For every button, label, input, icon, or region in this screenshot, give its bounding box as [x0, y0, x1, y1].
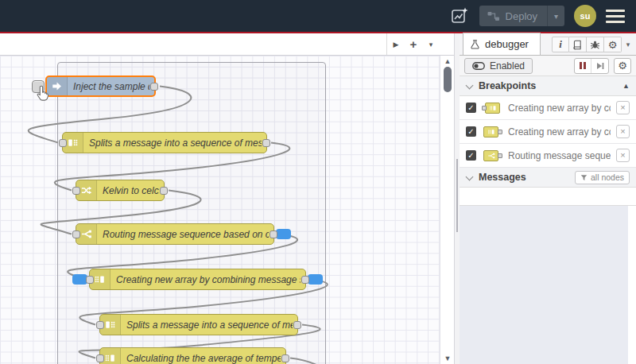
breakpoint-label: Creating new array by combining message … [508, 126, 611, 137]
node-label: Kelvin to celcius [103, 180, 159, 200]
output-port[interactable] [262, 139, 270, 147]
node-label: Inject the sample data [73, 77, 149, 95]
output-port[interactable] [301, 276, 309, 284]
node-split2[interactable]: Splits a message into a sequence of mess… [99, 314, 298, 335]
input-port[interactable] [96, 321, 104, 329]
deploy-button-group: Deploy ▾ [479, 6, 564, 26]
node-switch[interactable]: Routing message sequence based on condit… [76, 223, 274, 245]
deploy-nodes-icon [487, 11, 500, 21]
debugger-toolbar: Enabled ⚙ [460, 56, 636, 76]
info-tab-button[interactable]: i [552, 37, 569, 52]
scroll-down-icon[interactable]: ▼ [443, 354, 452, 362]
hand-cursor-icon [34, 83, 53, 104]
enabled-label: Enabled [490, 60, 525, 72]
chevron-down-icon [466, 174, 472, 180]
messages-empty-row [460, 188, 636, 206]
scroll-up-icon[interactable]: ▲ [443, 57, 452, 65]
ai-assistant-button[interactable] [449, 6, 470, 26]
filter-icon [580, 174, 588, 181]
main-menu-button[interactable] [606, 10, 625, 23]
breakpoint-checkbox[interactable]: ✓ [466, 150, 476, 161]
hamburger-icon [606, 10, 625, 12]
input-port[interactable] [72, 187, 80, 195]
deploy-button[interactable]: Deploy [479, 6, 547, 26]
book-icon [572, 40, 583, 50]
deploy-options-button[interactable]: ▾ [547, 6, 564, 26]
settings-tab-button[interactable]: ⚙ [604, 37, 622, 52]
next-tab-button[interactable]: ▶ [387, 33, 405, 55]
filter-label: all nodes [591, 172, 624, 182]
sidebar: debugger i [460, 33, 636, 364]
add-flow-button[interactable]: + [405, 33, 422, 55]
chevron-down-icon [466, 83, 472, 89]
input-port[interactable] [96, 354, 104, 362]
section-title: Breakpoints [479, 80, 536, 91]
help-tab-button[interactable] [569, 37, 587, 52]
sidebar-options-button[interactable]: ▾ [622, 41, 634, 48]
node-join1[interactable]: Creating new array by combining message … [89, 269, 306, 290]
breakpoint-row: ✓ Creating new array by combining messag… [460, 96, 636, 120]
node-label: Splits a message into a sequence of mess… [126, 315, 293, 335]
splitter-handle [456, 159, 458, 232]
output-port[interactable] [281, 354, 289, 362]
pause-icon [580, 62, 586, 69]
debug-tab-button[interactable] [587, 37, 604, 52]
output-port[interactable] [270, 230, 277, 238]
input-port[interactable] [86, 276, 94, 284]
pause-step-group [574, 58, 609, 74]
breakpoint-label: Routing message sequence based on condit… [508, 150, 611, 161]
wire[interactable] [290, 358, 344, 364]
debugger-settings-button[interactable]: ⚙ [614, 58, 631, 74]
breakpoint-row: ✓ Routing message sequence based on cond… [460, 144, 636, 168]
output-port[interactable] [293, 321, 301, 329]
mini-node-icon [482, 102, 502, 114]
remove-breakpoint-button[interactable]: × [616, 101, 630, 114]
node-inject[interactable]: Inject the sample data [45, 76, 156, 97]
app-header: Deploy ▾ su [0, 0, 636, 32]
message-filter-button[interactable]: all nodes [575, 171, 630, 184]
breakpoint-pill-output[interactable] [308, 274, 323, 285]
user-avatar[interactable]: su [574, 5, 596, 27]
output-port[interactable] [150, 83, 158, 91]
scrollbar-thumb[interactable] [444, 67, 452, 92]
info-icon: i [559, 38, 562, 51]
sidebar-tabbar: debugger i [460, 33, 636, 56]
flow-tabstrip: ▶ + ▾ [0, 33, 454, 56]
output-port[interactable] [160, 187, 168, 195]
messages-section-header[interactable]: Messages all nodes [460, 168, 636, 188]
flow-list-button[interactable]: ▾ [422, 33, 440, 55]
section-title: Messages [479, 172, 526, 183]
pause-button[interactable] [575, 59, 591, 73]
debugger-enabled-toggle[interactable]: Enabled [464, 58, 533, 74]
input-port[interactable] [59, 139, 67, 147]
breakpoint-checkbox[interactable]: ✓ [466, 103, 476, 113]
deploy-label: Deploy [506, 10, 537, 22]
breakpoint-pill-output[interactable] [276, 229, 291, 239]
node-split1[interactable]: Splits a message into a sequence of mess… [62, 132, 267, 153]
tab-debugger[interactable]: debugger [463, 33, 541, 55]
input-port[interactable] [72, 230, 80, 238]
workspace: ▶ + ▾ Inject the sample data Splits a me… [0, 33, 454, 364]
flow-canvas[interactable]: Inject the sample data Splits a message … [0, 56, 440, 364]
breakpoint-label: Creating new array by combining message … [508, 103, 611, 114]
step-button[interactable] [591, 59, 608, 73]
toggle-on-icon [472, 62, 485, 70]
bug-icon [590, 40, 600, 50]
remove-breakpoint-button[interactable]: × [616, 125, 630, 138]
remove-breakpoint-button[interactable]: × [616, 149, 630, 162]
breakpoints-section-header[interactable]: Breakpoints ▲ [460, 76, 636, 96]
breakpoint-checkbox[interactable]: ✓ [466, 126, 476, 137]
canvas-scrollbar[interactable]: ▲ ▼ [440, 56, 454, 364]
gear-icon: ⚙ [608, 40, 618, 50]
node-avg[interactable]: Calculating the the average of temperatu… [99, 347, 286, 364]
mini-node-icon [482, 126, 502, 138]
sidebar-splitter[interactable] [454, 33, 460, 364]
node-label: Calculating the the average of temperatu… [126, 348, 281, 364]
breakpoints-list: ✓ Creating new array by combining messag… [460, 96, 636, 168]
scroll-up-icon[interactable]: ▲ [622, 82, 630, 90]
tab-label: debugger [485, 38, 529, 50]
chevron-down-icon: ▾ [554, 12, 558, 21]
node-kelvin[interactable]: Kelvin to celcius [76, 180, 165, 201]
gear-icon: ⚙ [618, 60, 627, 71]
flask-icon [470, 39, 480, 50]
